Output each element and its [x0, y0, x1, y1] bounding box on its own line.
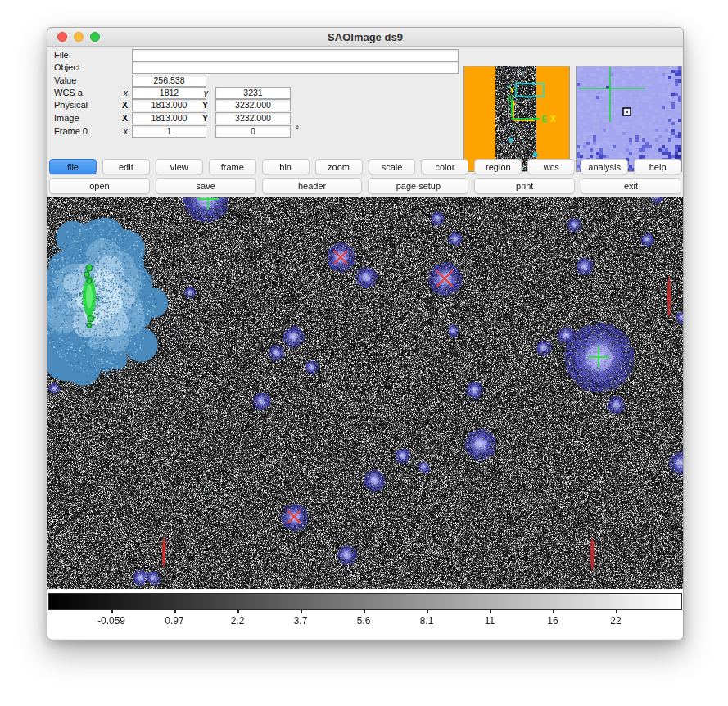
- colorbar-tick-label: 5.6: [357, 615, 371, 627]
- menu-help[interactable]: help: [634, 159, 681, 174]
- info-panel: File Object Value 256.538 WCS a x 1812 y…: [47, 46, 683, 156]
- ds9-window: SAOImage ds9 File Object Value 256.538 W…: [47, 27, 684, 640]
- physical-y-axis-label: Y: [175, 100, 208, 110]
- colorbar-tick-label: 3.7: [294, 615, 308, 627]
- menu-frame[interactable]: frame: [209, 159, 256, 174]
- value-label: Value: [54, 75, 76, 85]
- menu-wcs[interactable]: wcs: [527, 159, 575, 174]
- value-field[interactable]: 256.538: [132, 75, 206, 87]
- image-label: Image: [54, 113, 79, 123]
- colorbar-tick: [301, 610, 302, 613]
- degree-symbol: °: [296, 124, 299, 134]
- file-label: File: [54, 50, 69, 60]
- colorbar-tick-label: 0.97: [165, 615, 183, 627]
- object-field[interactable]: [132, 61, 459, 74]
- physical-y-field[interactable]: 3232.000: [215, 99, 291, 111]
- image-y-axis-label: Y: [175, 113, 208, 123]
- frame-label: Frame 0: [54, 126, 88, 136]
- menu-color[interactable]: color: [421, 159, 468, 174]
- colorbar-tick: [427, 610, 428, 613]
- image-x-axis-label: X: [95, 113, 128, 123]
- frame-zoom-field[interactable]: 1: [132, 125, 206, 138]
- colorbar-tick: [174, 610, 176, 613]
- menu-bin[interactable]: bin: [262, 159, 310, 174]
- colorbar-tick: [237, 610, 239, 613]
- menu-scale[interactable]: scale: [369, 159, 416, 174]
- colorbar-tick-label: 16: [547, 615, 558, 627]
- frame-x-axis-label: x: [95, 126, 128, 136]
- file-menu-open[interactable]: open: [49, 178, 150, 194]
- window-title: SAOImage ds9: [47, 31, 683, 43]
- colorbar-tick-label: -0.059: [97, 615, 125, 627]
- frame-rotation-field[interactable]: 0: [215, 125, 291, 138]
- titlebar[interactable]: SAOImage ds9: [47, 28, 683, 47]
- physical-x-axis-label: X: [95, 100, 128, 110]
- file-menu-header[interactable]: header: [262, 178, 363, 194]
- menu-file[interactable]: file: [49, 159, 97, 174]
- colorbar-tick: [553, 610, 554, 613]
- menu-edit[interactable]: edit: [102, 159, 150, 174]
- file-menu-page-setup[interactable]: page setup: [368, 178, 468, 194]
- magnifier-frame: [576, 66, 682, 172]
- magnifier[interactable]: [577, 66, 681, 171]
- menu-zoom[interactable]: zoom: [315, 159, 363, 174]
- menu-bar: fileeditviewframebinzoomscalecolorregion…: [49, 159, 681, 174]
- colorbar-tick: [490, 610, 491, 613]
- colorbar-area: -0.0590.972.23.75.68.1111622: [47, 589, 683, 639]
- colorbar-gradient[interactable]: [48, 593, 682, 610]
- wcs-label: WCS a: [54, 88, 83, 97]
- colorbar-tick-label: 22: [610, 615, 621, 627]
- colorbar-tick: [364, 610, 365, 613]
- image-y-field[interactable]: 3232.000: [215, 112, 291, 124]
- object-label: Object: [54, 62, 80, 72]
- colorbar-tick: [111, 610, 113, 613]
- colorbar-tick-label: 8.1: [420, 615, 434, 627]
- panner-frame: [463, 66, 570, 172]
- physical-label: Physical: [54, 100, 88, 110]
- colorbar-tick: [616, 610, 617, 613]
- desktop: SAOImage ds9 File Object Value 256.538 W…: [0, 0, 728, 706]
- file-field[interactable]: [132, 49, 459, 61]
- file-menu-save[interactable]: save: [156, 178, 256, 194]
- colorbar-tick-label: 2.2: [231, 615, 245, 627]
- main-image-canvas[interactable]: [47, 197, 683, 589]
- menu-region[interactable]: region: [474, 159, 522, 174]
- colorbar-tick-label: 11: [485, 615, 495, 627]
- wcs-y-axis-label: y: [175, 88, 208, 97]
- menu-analysis[interactable]: analysis: [581, 159, 628, 174]
- menu-view[interactable]: view: [156, 159, 203, 174]
- wcs-y-field[interactable]: 3231: [215, 87, 291, 99]
- wcs-x-axis-label: x: [95, 88, 128, 97]
- file-menu-bar: opensaveheaderpage setupprintexit: [49, 178, 681, 194]
- panner[interactable]: [464, 66, 569, 171]
- file-menu-exit[interactable]: exit: [581, 178, 681, 194]
- file-menu-print[interactable]: print: [474, 178, 575, 194]
